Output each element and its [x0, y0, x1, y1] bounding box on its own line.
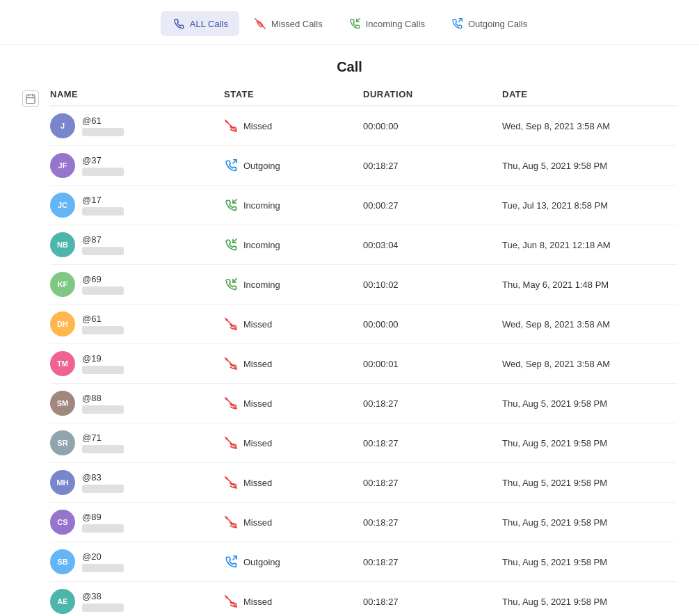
call-state-icon — [224, 357, 238, 371]
contact-phone: @17 — [82, 195, 124, 205]
name-cell: KF @69 — [50, 272, 224, 297]
tab-incoming-calls[interactable]: Incoming Calls — [337, 11, 436, 36]
table-row[interactable]: J @61 Missed 00:00:00 Wed, Sep 8, 2021 3… — [50, 106, 677, 146]
table-row[interactable]: DH @61 Missed 00:00:00 Wed, Sep 8, 2021 … — [50, 305, 677, 344]
table-row[interactable]: JC @17 Incoming 00:00:27 Tue, Jul 13, 20… — [50, 186, 677, 225]
table-header: NAME STATE DURATION DATE — [50, 82, 677, 106]
call-state-label: Missed — [243, 398, 272, 409]
state-cell: Incoming — [224, 277, 363, 291]
date-cell: Thu, Aug 5, 2021 9:58 PM — [502, 557, 677, 567]
phone-all-icon — [172, 17, 186, 31]
table-row[interactable]: JF @37 Outgoing 00:18:27 Thu, Aug 5, 202… — [50, 146, 677, 186]
avatar-initials: SM — [57, 399, 69, 407]
call-state-label: Missed — [243, 517, 272, 528]
state-cell: Outgoing — [224, 159, 363, 172]
contact-phone: @71 — [82, 432, 124, 443]
duration-cell: 00:18:27 — [363, 597, 502, 607]
date-cell: Wed, Sep 8, 2021 3:58 AM — [502, 359, 677, 369]
name-cell: J @61 — [50, 113, 224, 138]
contact-phone: @83 — [82, 472, 124, 483]
duration-cell: 00:00:27 — [363, 200, 502, 211]
contact-phone: @37 — [82, 155, 124, 165]
name-cell: MH @83 — [50, 470, 224, 495]
call-state-label: Incoming — [243, 200, 280, 211]
table-row[interactable]: SM @88 Missed 00:18:27 Thu, Aug 5, 2021 … — [50, 384, 677, 423]
date-cell: Thu, Aug 5, 2021 9:58 PM — [502, 438, 677, 448]
date-cell: Thu, Aug 5, 2021 9:58 PM — [502, 517, 677, 528]
name-cell: DH @61 — [50, 311, 224, 337]
call-state-icon — [224, 515, 238, 529]
call-state-icon — [224, 317, 238, 331]
call-state-icon — [224, 476, 238, 489]
call-state-icon — [224, 277, 238, 291]
state-cell: Missed — [224, 119, 363, 133]
phone-blur — [82, 247, 124, 255]
state-cell: Missed — [224, 476, 363, 489]
avatar-initials: MH — [56, 478, 68, 487]
avatar: JC — [50, 193, 75, 218]
state-cell: Incoming — [224, 238, 363, 252]
name-info: @71 — [82, 432, 124, 453]
page-title-area: Call — [0, 45, 699, 82]
table-row[interactable]: SR @71 Missed 00:18:27 Thu, Aug 5, 2021 … — [50, 423, 677, 463]
phone-blur — [82, 366, 124, 374]
call-state-label: Missed — [243, 359, 272, 369]
name-cell: TM @19 — [50, 351, 224, 376]
avatar: DH — [50, 311, 75, 337]
avatar: JF — [50, 153, 75, 178]
table-row[interactable]: TM @19 Missed 00:00:01 Wed, Sep 8, 2021 … — [50, 344, 677, 384]
name-cell: NB @87 — [50, 232, 224, 257]
tab-outgoing-calls[interactable]: Outgoing Calls — [439, 11, 538, 36]
avatar: SM — [50, 391, 75, 416]
name-info: @83 — [82, 472, 124, 493]
state-cell: Missed — [224, 436, 363, 450]
phone-blur — [82, 524, 124, 533]
sidebar-calendar-btn[interactable] — [17, 82, 45, 616]
calendar-icon — [22, 90, 39, 107]
avatar-initials: KF — [58, 280, 68, 289]
date-cell: Thu, Aug 5, 2021 9:58 PM — [502, 597, 677, 607]
contact-phone: @19 — [82, 353, 124, 364]
avatar: SB — [50, 549, 75, 574]
avatar: TM — [50, 351, 75, 376]
page-title: Call — [0, 59, 699, 75]
tab-all-calls[interactable]: ALL Calls — [161, 11, 239, 36]
table-row[interactable]: CS @89 Missed 00:18:27 Thu, Aug 5, 2021 … — [50, 503, 677, 542]
call-state-icon — [224, 555, 238, 569]
name-info: @19 — [82, 353, 124, 374]
call-state-icon — [224, 436, 238, 450]
name-info: @87 — [82, 234, 124, 255]
state-cell: Missed — [224, 515, 363, 529]
contact-phone: @61 — [82, 314, 124, 324]
table-row[interactable]: SB @20 Outgoing 00:18:27 Thu, Aug 5, 202… — [50, 542, 677, 582]
date-cell: Tue, Jun 8, 2021 12:18 AM — [502, 240, 677, 250]
state-cell: Missed — [224, 357, 363, 371]
state-cell: Missed — [224, 317, 363, 331]
svg-line-1 — [356, 19, 360, 22]
duration-cell: 00:18:27 — [363, 161, 502, 171]
state-cell: Outgoing — [224, 555, 363, 569]
avatar-initials: CS — [57, 518, 67, 526]
duration-cell: 00:18:27 — [363, 517, 502, 528]
phone-outgoing-icon — [450, 17, 464, 31]
date-cell: Tue, Jul 13, 2021 8:58 PM — [502, 200, 677, 211]
date-cell: Thu, Aug 5, 2021 9:58 PM — [502, 478, 677, 488]
table-row[interactable]: KF @69 Incoming 00:10:02 Thu, May 6, 202… — [50, 265, 677, 305]
date-cell: Thu, Aug 5, 2021 9:58 PM — [502, 398, 677, 409]
avatar-initials: JC — [58, 201, 67, 209]
table-body: J @61 Missed 00:00:00 Wed, Sep 8, 2021 3… — [50, 106, 677, 616]
duration-cell: 00:00:00 — [363, 319, 502, 330]
name-cell: SM @88 — [50, 391, 224, 416]
avatar-initials: SB — [57, 558, 67, 566]
name-info: @38 — [82, 591, 124, 612]
table-row[interactable]: MH @83 Missed 00:18:27 Thu, Aug 5, 2021 … — [50, 463, 677, 503]
name-cell: JF @37 — [50, 153, 224, 178]
svg-rect-3 — [26, 95, 35, 104]
tab-incoming-calls-label: Incoming Calls — [366, 19, 425, 29]
tab-missed-calls[interactable]: Missed Calls — [242, 11, 334, 36]
phone-blur — [82, 445, 124, 453]
name-info: @88 — [82, 393, 124, 414]
table-row[interactable]: NB @87 Incoming 00:03:04 Tue, Jun 8, 202… — [50, 225, 677, 265]
table-row[interactable]: AE @38 Missed 00:18:27 Thu, Aug 5, 2021 … — [50, 582, 677, 616]
phone-missed-icon — [253, 17, 267, 31]
